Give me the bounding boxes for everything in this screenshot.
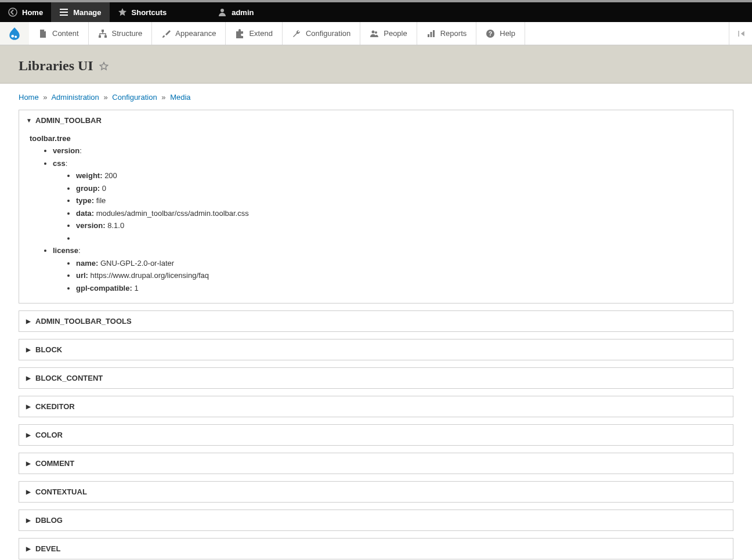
property-list: name: GNU-GPL-2.0-or-later url: https://… — [76, 258, 722, 294]
content-link[interactable]: Content — [29, 22, 89, 45]
panel-devel: ▶ DEVEL — [19, 538, 733, 559]
svg-point-3 — [15, 35, 17, 38]
adminbar-fill — [525, 22, 729, 45]
admin-menu: Content Structure Appearance Extend Conf… — [0, 22, 752, 45]
prop-value: GNU-GPL-2.0-or-later — [100, 259, 174, 268]
panel-title: ADMIN_TOOLBAR_TOOLS — [35, 317, 132, 326]
home-label: Home — [22, 8, 43, 17]
wrench-icon — [292, 29, 301, 38]
breadcrumb-media[interactable]: Media — [170, 93, 190, 102]
help-link[interactable]: ? Help — [476, 22, 525, 45]
panel-summary[interactable]: ▶ COLOR — [19, 425, 733, 445]
disclosure-closed-icon: ▶ — [26, 432, 32, 438]
people-link[interactable]: People — [360, 22, 417, 45]
list-item: data: modules/admin_toolbar/css/admin.to… — [76, 208, 722, 219]
panel-summary[interactable]: ▶ DBLOG — [19, 510, 733, 530]
panel-summary[interactable]: ▶ CONTEXTUAL — [19, 482, 733, 502]
manage-button[interactable]: Manage — [51, 2, 109, 22]
configuration-label: Configuration — [306, 29, 350, 38]
list-item: version: 8.1.0 — [76, 220, 722, 232]
document-icon — [38, 29, 48, 38]
star-icon — [118, 8, 127, 17]
puzzle-icon — [235, 29, 244, 38]
panel-summary[interactable]: ▶ BLOCK_CONTENT — [19, 368, 733, 388]
prop-key: name: — [76, 259, 98, 268]
collapse-icon — [736, 29, 746, 38]
panel-title: BLOCK — [35, 345, 62, 354]
star-outline-icon[interactable] — [99, 62, 109, 71]
panel-block-content: ▶ BLOCK_CONTENT — [19, 367, 733, 389]
list-item: css: weight: 200 group: 0 type: file dat… — [53, 158, 722, 244]
panel-summary[interactable]: ▶ BLOCK — [19, 339, 733, 360]
list-item: license: name: GNU-GPL-2.0-or-later url:… — [53, 245, 722, 294]
svg-rect-4 — [102, 30, 104, 32]
user-icon — [218, 8, 227, 17]
barchart-icon — [426, 29, 436, 38]
extend-link[interactable]: Extend — [226, 22, 282, 45]
list-item: gpl-compatible: 1 — [76, 283, 722, 294]
disclosure-closed-icon: ▶ — [26, 460, 32, 467]
page-header: Libraries UI — [0, 45, 752, 84]
prop-key: data: — [76, 209, 94, 218]
shortcuts-button[interactable]: Shortcuts — [110, 2, 175, 22]
panel-summary[interactable]: ▶ ADMIN_TOOLBAR_TOOLS — [19, 311, 733, 331]
disclosure-closed-icon: ▶ — [26, 517, 32, 523]
main-content: ▼ ADMIN_TOOLBAR toolbar.tree version: cs… — [0, 110, 752, 560]
svg-point-8 — [375, 31, 377, 34]
prop-value: 1 — [134, 284, 138, 292]
user-button[interactable]: admin — [209, 2, 262, 22]
disclosure-open-icon: ▼ — [26, 117, 32, 124]
breadcrumb-configuration[interactable]: Configuration — [112, 93, 157, 102]
disclosure-closed-icon: ▶ — [26, 489, 32, 495]
svg-text:?: ? — [489, 31, 492, 37]
prop-key: version: — [76, 221, 106, 230]
list-item: group: 0 — [76, 183, 722, 194]
prop-value: 8.1.0 — [107, 221, 124, 230]
breadcrumb-administration[interactable]: Administration — [51, 93, 99, 102]
panel-title: COMMENT — [35, 459, 74, 468]
panel-color: ▶ COLOR — [19, 424, 733, 446]
panel-summary[interactable]: ▶ CKEDITOR — [19, 396, 733, 417]
page-title-text: Libraries UI — [19, 58, 93, 74]
panel-summary[interactable]: ▶ COMMENT — [19, 453, 733, 474]
breadcrumb-home[interactable]: Home — [19, 93, 39, 102]
breadcrumb-sep: » — [161, 93, 165, 102]
panel-admin-toolbar-tools: ▶ ADMIN_TOOLBAR_TOOLS — [19, 310, 733, 332]
toolbar: Home Manage Shortcuts admin — [0, 0, 752, 22]
reports-link[interactable]: Reports — [417, 22, 477, 45]
drupal-logo[interactable] — [0, 22, 29, 45]
people-label: People — [384, 29, 407, 38]
list-item: weight: 200 — [76, 170, 722, 182]
svg-rect-6 — [104, 35, 107, 38]
list-item-empty — [76, 233, 722, 244]
panel-dblog: ▶ DBLOG — [19, 510, 733, 531]
prop-value: 0 — [102, 184, 106, 193]
disclosure-closed-icon: ▶ — [26, 375, 32, 381]
prop-key: css — [53, 159, 66, 168]
appearance-link[interactable]: Appearance — [152, 22, 226, 45]
collapse-button[interactable] — [729, 22, 752, 45]
list-item: type: file — [76, 195, 722, 207]
home-button[interactable]: Home — [0, 2, 51, 22]
panel-summary[interactable]: ▼ ADMIN_TOOLBAR — [19, 110, 733, 131]
panel-summary[interactable]: ▶ DEVEL — [19, 539, 733, 559]
prop-key: url: — [76, 271, 88, 280]
svg-rect-9 — [428, 34, 429, 37]
appearance-label: Appearance — [175, 29, 216, 38]
svg-point-7 — [372, 30, 375, 33]
panel-title: CKEDITOR — [35, 402, 75, 411]
panel-title: CONTEXTUAL — [35, 487, 87, 496]
page-title: Libraries UI — [19, 58, 733, 74]
structure-label: Structure — [112, 29, 143, 38]
panel-comment: ▶ COMMENT — [19, 453, 733, 474]
breadcrumb-sep: » — [103, 93, 107, 102]
structure-link[interactable]: Structure — [89, 22, 153, 45]
prop-value: file — [96, 196, 106, 205]
library-name: toolbar.tree — [30, 134, 722, 143]
configuration-link[interactable]: Configuration — [283, 22, 360, 45]
svg-point-0 — [9, 8, 17, 16]
svg-rect-5 — [99, 35, 101, 38]
people-icon — [370, 29, 379, 38]
panel-admin-toolbar: ▼ ADMIN_TOOLBAR toolbar.tree version: cs… — [19, 110, 733, 304]
svg-point-2 — [11, 34, 14, 37]
